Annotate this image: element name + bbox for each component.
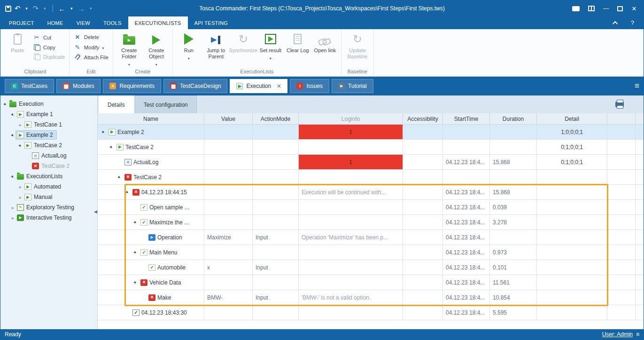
- row-expander-icon[interactable]: [132, 280, 139, 285]
- tree-item[interactable]: TestCase 1: [0, 119, 97, 130]
- user-admin-link[interactable]: User: Admin: [602, 331, 633, 338]
- jump-to-parent-button[interactable]: Jump to Parent: [202, 30, 230, 60]
- update-baseline-button[interactable]: Update Baseline: [344, 30, 371, 60]
- ribbon-tab[interactable]: TOOLS: [97, 16, 128, 29]
- table-row[interactable]: Main Menu 04.12.23 18:4... 0.973: [98, 245, 644, 260]
- layout-icon[interactable]: [588, 6, 595, 11]
- cut-button[interactable]: Cut: [33, 34, 65, 41]
- tree-expander-icon[interactable]: [10, 174, 16, 179]
- workspace-tab[interactable]: Modules: [56, 79, 101, 93]
- row-expander-icon[interactable]: [101, 129, 107, 134]
- delete-button[interactable]: Delete: [74, 34, 109, 40]
- save-icon[interactable]: [5, 6, 11, 12]
- column-header-actionmode[interactable]: ActionMode: [253, 113, 299, 124]
- table-row[interactable]: Automobile x Input 04.12.23 18:4... 0.10…: [98, 260, 644, 275]
- user-menu-icon[interactable]: [636, 331, 639, 338]
- run-button[interactable]: Run: [175, 30, 202, 61]
- undo-icon[interactable]: [15, 4, 21, 13]
- forward-dropdown-icon[interactable]: [88, 6, 93, 11]
- paste-button[interactable]: Paste: [4, 30, 31, 54]
- workspace-tab[interactable]: TestCases: [5, 79, 54, 93]
- print-icon[interactable]: [615, 102, 624, 107]
- minimize-button[interactable]: [603, 5, 609, 12]
- ribbon-tab[interactable]: VIEW: [70, 16, 97, 29]
- ribbon-tab[interactable]: API TESTING: [188, 16, 235, 29]
- tree-expander-icon[interactable]: [17, 143, 23, 148]
- tab-details[interactable]: Details: [99, 95, 134, 113]
- attach-file-button[interactable]: Attach File: [74, 54, 109, 60]
- tree-item[interactable]: TestCase 2: [0, 140, 97, 150]
- tree-item[interactable]: Execution: [0, 99, 97, 109]
- tree-expander-icon[interactable]: [2, 102, 8, 107]
- create-folder-button[interactable]: Create Folder: [116, 30, 143, 68]
- column-header-starttime[interactable]: StartTime: [443, 113, 490, 124]
- workspace-tab[interactable]: Requirements: [103, 79, 161, 93]
- dock-menu-icon[interactable]: [635, 81, 639, 91]
- open-link-button[interactable]: Open link: [311, 30, 339, 54]
- column-header-duration[interactable]: Duration: [490, 113, 537, 124]
- tree-item[interactable]: Example 2: [0, 130, 97, 140]
- tree-item[interactable]: TestCase 2: [0, 161, 97, 171]
- back-dropdown-icon[interactable]: [69, 6, 74, 11]
- tab-test-configuration[interactable]: Test configuration: [135, 95, 197, 113]
- row-expander-icon[interactable]: [132, 220, 139, 225]
- table-row[interactable]: ActualLog 1 04.12.23 18:4... 15.868 0;1;…: [98, 155, 644, 170]
- tree-expander-icon[interactable]: [10, 112, 16, 117]
- tree-item[interactable]: Example 1: [0, 109, 97, 119]
- undo-dropdown-icon[interactable]: [24, 6, 30, 11]
- create-object-button[interactable]: Create Object: [143, 30, 170, 68]
- tree-item[interactable]: Automated: [0, 182, 97, 192]
- tab-close-icon[interactable]: [277, 83, 281, 89]
- table-row[interactable]: 04.12.23 18:43:30 04.12.23 18:4... 5.595: [98, 305, 644, 320]
- table-row[interactable]: Example 2 1 1;0;0;0;1: [98, 125, 644, 140]
- table-row[interactable]: 04.12.23 18:44:15 Execution will be cont…: [98, 185, 644, 200]
- tree-item[interactable]: ExecutionLists: [0, 171, 97, 182]
- clear-log-button[interactable]: Clear Log: [284, 30, 311, 54]
- close-button[interactable]: [631, 5, 637, 12]
- ribbon-tab[interactable]: HOME: [40, 16, 70, 29]
- tree-expander-icon[interactable]: [10, 205, 16, 210]
- tree-item[interactable]: Interactive Testing: [0, 213, 97, 223]
- table-row[interactable]: Make BMW- Input 'BMW-' is not a valid op…: [98, 290, 644, 305]
- collapse-ribbon-icon[interactable]: [613, 21, 618, 26]
- table-row[interactable]: TestCase 2: [98, 170, 644, 185]
- ribbon-tab[interactable]: PROJECT: [2, 16, 40, 29]
- table-row[interactable]: Open sample ... 04.12.23 18:4... 0.039: [98, 200, 644, 215]
- redo-icon[interactable]: [33, 4, 39, 13]
- tree-expander-icon[interactable]: [17, 184, 23, 190]
- tree-item[interactable]: ActualLog: [0, 150, 97, 161]
- tree-item[interactable]: Manual: [0, 192, 97, 202]
- row-expander-icon[interactable]: [116, 174, 123, 180]
- screenshot-icon[interactable]: [572, 6, 580, 11]
- workspace-tab[interactable]: Tutorial: [332, 79, 373, 93]
- table-row[interactable]: Maximize the ... 04.12.23 18:4... 3.278: [98, 215, 644, 230]
- set-result-button[interactable]: Set result: [257, 30, 284, 61]
- duplicate-button[interactable]: Duplicate: [33, 54, 65, 60]
- tree-expander-icon[interactable]: [17, 195, 23, 200]
- table-row[interactable]: Vehicle Data 04.12.23 18:4... 11.561: [98, 275, 644, 290]
- column-header-name[interactable]: Name: [98, 113, 204, 124]
- tree-expander-icon[interactable]: [10, 133, 16, 138]
- sidebar-collapse-icon[interactable]: [93, 206, 98, 218]
- workspace-tab[interactable]: TestCaseDesign: [163, 79, 227, 93]
- synchronize-button[interactable]: Synchronize: [230, 30, 257, 54]
- tree-expander-icon[interactable]: [17, 122, 23, 127]
- modify-button[interactable]: Modify: [74, 44, 109, 51]
- column-header-value[interactable]: Value: [204, 113, 253, 124]
- table-row[interactable]: TestCase 2 0;1;0;0;1: [98, 140, 644, 155]
- help-icon[interactable]: ?: [631, 19, 634, 26]
- workspace-tab[interactable]: Execution: [230, 79, 287, 93]
- row-expander-icon[interactable]: [109, 144, 115, 150]
- forward-icon[interactable]: [78, 5, 85, 13]
- tree-item[interactable]: Exploratory Testing: [0, 202, 97, 213]
- table-row[interactable]: Operation Maximize Input Operation 'Maxi…: [98, 230, 644, 245]
- column-header-accessibility[interactable]: Accessibility: [403, 113, 443, 124]
- column-header-detail[interactable]: Detail: [537, 113, 607, 124]
- workspace-tab[interactable]: Issues: [290, 79, 329, 93]
- back-icon[interactable]: [58, 5, 65, 13]
- row-expander-icon[interactable]: [124, 190, 131, 195]
- tree-expander-icon[interactable]: [10, 215, 16, 221]
- ribbon-tab[interactable]: EXECUTIONLISTS: [128, 16, 188, 29]
- copy-button[interactable]: Copy: [33, 44, 65, 50]
- maximize-button[interactable]: [617, 6, 623, 11]
